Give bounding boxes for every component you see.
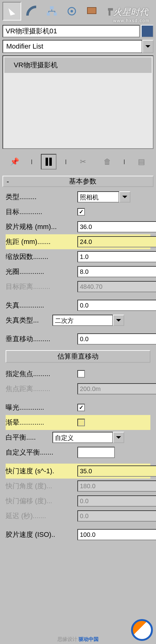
object-name-input[interactable] bbox=[2, 25, 140, 37]
param-label: 胶片规格 (mm)... bbox=[6, 222, 77, 231]
param-label: 指定焦点......... bbox=[6, 369, 77, 379]
param-label: 类型......... bbox=[6, 192, 77, 202]
param-custom-balance: 自定义平衡....... bbox=[6, 445, 150, 460]
logo-icon bbox=[131, 619, 153, 641]
param-target: 目标............ ✓ bbox=[6, 204, 150, 219]
object-name-row bbox=[2, 25, 154, 37]
param-label: 目标............ bbox=[6, 207, 77, 217]
param-focal-length: 焦距 (mm)....... bbox=[6, 234, 150, 249]
hierarchy-icon bbox=[46, 6, 57, 17]
target-dist-spinner bbox=[77, 281, 124, 292]
rollout-title: 基本参数 bbox=[12, 177, 153, 186]
custom-balance-color[interactable] bbox=[77, 447, 115, 458]
tab-2[interactable] bbox=[22, 2, 41, 21]
svg-rect-1 bbox=[47, 12, 50, 16]
zoom-factor-spinner[interactable] bbox=[77, 251, 124, 262]
param-label: 垂直移动......... bbox=[6, 334, 77, 344]
param-label: 快门偏移 (度)... bbox=[6, 496, 77, 506]
white-balance-select[interactable]: 自定义 bbox=[52, 432, 124, 443]
tab-6[interactable] bbox=[102, 2, 121, 21]
arc-icon bbox=[26, 6, 37, 17]
remove-icon[interactable]: 🗑 bbox=[100, 154, 115, 169]
film-gate-spinner[interactable] bbox=[77, 221, 124, 232]
object-color-swatch[interactable] bbox=[141, 25, 154, 37]
param-focus-distance: 焦点距离......... bbox=[6, 381, 150, 396]
param-label: 焦点距离......... bbox=[6, 384, 77, 394]
param-label: 缩放因数........ bbox=[6, 252, 77, 261]
shutter-speed-spinner[interactable] bbox=[77, 465, 124, 477]
specify-focus-checkbox[interactable] bbox=[77, 370, 85, 378]
param-label: 目标距离......... bbox=[6, 282, 77, 291]
param-shutter-angle: 快门角度 (度)... bbox=[6, 479, 150, 494]
make-unique-icon[interactable]: ✂ bbox=[75, 154, 91, 169]
param-label: 渐晕............. bbox=[6, 418, 77, 427]
tab-5[interactable] bbox=[82, 2, 101, 21]
chevron-down-icon[interactable] bbox=[113, 432, 124, 443]
svg-rect-7 bbox=[49, 158, 52, 166]
chevron-down-icon[interactable] bbox=[142, 40, 154, 53]
shutter-angle-spinner bbox=[77, 480, 124, 492]
rollout-toggle-icon: - bbox=[3, 177, 12, 186]
motion-icon bbox=[66, 6, 77, 17]
param-label: 曝光............. bbox=[6, 403, 77, 412]
guess-vertical-button[interactable]: 估算垂直移动 bbox=[6, 350, 150, 363]
param-distortion: 失真............. bbox=[6, 298, 150, 313]
param-film-speed: 胶片速度 (ISO).. bbox=[6, 527, 150, 542]
svg-rect-2 bbox=[54, 12, 57, 16]
param-label: 失真............. bbox=[6, 301, 77, 310]
film-speed-spinner[interactable] bbox=[77, 529, 124, 540]
modifier-list-dropdown[interactable]: Modifier List bbox=[2, 40, 154, 53]
rollout-header[interactable]: - 基本参数 bbox=[2, 176, 154, 187]
type-select[interactable]: 照相机 bbox=[77, 191, 130, 203]
exposure-checkbox[interactable]: ✓ bbox=[77, 404, 85, 411]
distortion-spinner[interactable] bbox=[77, 300, 124, 311]
param-type: 类型......... 照相机 bbox=[6, 189, 150, 204]
param-label: 光圈............. bbox=[6, 267, 77, 276]
param-label: 快门角度 (度)... bbox=[6, 481, 77, 491]
tab-4[interactable] bbox=[62, 2, 81, 21]
param-label: 延迟 (秒)....... bbox=[6, 511, 77, 521]
param-zoom-factor: 缩放因数........ bbox=[6, 249, 150, 264]
chevron-down-icon[interactable] bbox=[119, 191, 130, 203]
param-shutter-offset: 快门偏移 (度)... bbox=[6, 494, 150, 508]
rollout-basic-params: - 基本参数 类型......... 照相机 目标............ ✓ … bbox=[2, 176, 154, 545]
param-label: 自定义平衡....... bbox=[6, 448, 77, 457]
vignetting-checkbox[interactable] bbox=[77, 419, 85, 426]
cursor-icon bbox=[8, 7, 15, 15]
modstack-item[interactable]: VR物理摄影机 bbox=[4, 57, 152, 73]
logo-badge bbox=[131, 619, 153, 641]
param-vertical-shift: 垂直移动......... bbox=[6, 332, 150, 346]
divider: | bbox=[65, 159, 66, 165]
param-label: 失真类型... bbox=[6, 316, 52, 325]
modstack-toolbar: 📌 | | ✂ 🗑 | ▤ bbox=[2, 151, 154, 172]
param-target-distance: 目标距离......... bbox=[6, 279, 150, 294]
shutter-offset-spinner bbox=[77, 495, 124, 507]
modifier-stack[interactable]: VR物理摄影机 bbox=[2, 55, 154, 149]
configure-icon[interactable]: ▤ bbox=[134, 154, 149, 169]
svg-point-4 bbox=[71, 10, 73, 12]
show-end-result-icon[interactable] bbox=[41, 154, 56, 169]
focal-length-spinner[interactable] bbox=[77, 236, 124, 247]
target-checkbox[interactable]: ✓ bbox=[77, 208, 85, 216]
vertical-shift-spinner[interactable] bbox=[77, 333, 124, 345]
param-label: 快门速度 (s^-1). bbox=[6, 466, 77, 476]
aperture-spinner[interactable] bbox=[77, 266, 124, 277]
modify-tab[interactable] bbox=[2, 2, 21, 21]
tab-3[interactable] bbox=[42, 2, 61, 21]
distortion-type-select[interactable]: 二次方 bbox=[52, 315, 124, 326]
param-label: 胶片速度 (ISO).. bbox=[6, 530, 77, 539]
hammer-icon bbox=[106, 6, 117, 17]
divider: | bbox=[31, 159, 32, 165]
param-specify-focus: 指定焦点......... bbox=[6, 366, 150, 381]
param-distortion-type: 失真类型... 二次方 bbox=[6, 313, 150, 328]
chevron-down-icon[interactable] bbox=[113, 315, 124, 326]
svg-rect-5 bbox=[87, 7, 96, 14]
param-label: 白平衡..... bbox=[6, 433, 52, 442]
pin-icon[interactable]: 📌 bbox=[7, 154, 22, 169]
param-label: 焦距 (mm)....... bbox=[6, 237, 77, 246]
latency-spinner bbox=[77, 510, 124, 522]
param-latency: 延迟 (秒)....... bbox=[6, 508, 150, 523]
display-icon bbox=[86, 6, 97, 17]
param-white-balance: 白平衡..... 自定义 bbox=[6, 430, 150, 445]
modifier-list-label: Modifier List bbox=[2, 40, 142, 53]
